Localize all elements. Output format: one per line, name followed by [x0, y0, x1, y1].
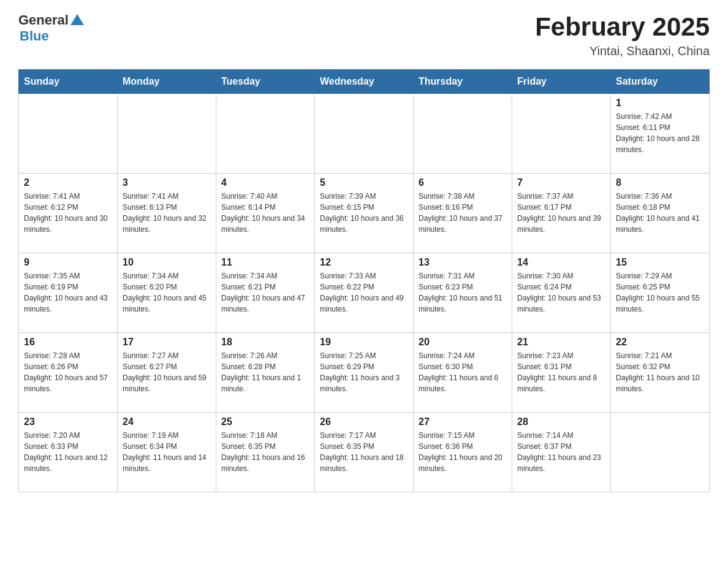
day-info: Sunrise: 7:34 AM Sunset: 6:21 PM Dayligh…	[221, 270, 309, 315]
day-info: Sunrise: 7:36 AM Sunset: 6:18 PM Dayligh…	[616, 191, 704, 235]
calendar-cell: 11Sunrise: 7:34 AM Sunset: 6:21 PM Dayli…	[216, 253, 315, 333]
calendar-cell: 24Sunrise: 7:19 AM Sunset: 6:34 PM Dayli…	[118, 413, 216, 492]
day-info: Sunrise: 7:35 AM Sunset: 6:19 PM Dayligh…	[24, 270, 112, 315]
location-title: Yintai, Shaanxi, China	[535, 44, 710, 58]
month-title: February 2025	[535, 12, 710, 42]
calendar-header-sunday: Sunday	[19, 70, 118, 94]
calendar-cell: 21Sunrise: 7:23 AM Sunset: 6:31 PM Dayli…	[512, 333, 611, 413]
day-number: 4	[221, 177, 309, 188]
day-number: 17	[123, 337, 211, 348]
day-number: 25	[221, 416, 309, 427]
calendar-cell: 9Sunrise: 7:35 AM Sunset: 6:19 PM Daylig…	[19, 253, 118, 333]
logo-blue-text: Blue	[20, 28, 49, 44]
calendar-header-thursday: Thursday	[414, 70, 512, 94]
day-info: Sunrise: 7:41 AM Sunset: 6:12 PM Dayligh…	[24, 191, 112, 235]
day-info: Sunrise: 7:25 AM Sunset: 6:29 PM Dayligh…	[320, 350, 408, 394]
calendar-cell: 28Sunrise: 7:14 AM Sunset: 6:37 PM Dayli…	[512, 413, 611, 492]
day-info: Sunrise: 7:34 AM Sunset: 6:20 PM Dayligh…	[123, 270, 211, 315]
calendar-cell: 25Sunrise: 7:18 AM Sunset: 6:35 PM Dayli…	[216, 413, 315, 492]
day-number: 2	[24, 177, 112, 188]
calendar-cell: 22Sunrise: 7:21 AM Sunset: 6:32 PM Dayli…	[611, 333, 710, 413]
day-number: 20	[419, 337, 507, 348]
day-info: Sunrise: 7:37 AM Sunset: 6:17 PM Dayligh…	[517, 191, 605, 235]
day-number: 18	[221, 337, 309, 348]
calendar-cell	[512, 94, 611, 174]
day-number: 7	[517, 177, 605, 188]
calendar-cell: 12Sunrise: 7:33 AM Sunset: 6:22 PM Dayli…	[315, 253, 414, 333]
day-info: Sunrise: 7:40 AM Sunset: 6:14 PM Dayligh…	[221, 191, 309, 235]
calendar-cell: 20Sunrise: 7:24 AM Sunset: 6:30 PM Dayli…	[414, 333, 512, 413]
calendar-cell: 6Sunrise: 7:38 AM Sunset: 6:16 PM Daylig…	[414, 174, 512, 253]
day-number: 10	[123, 257, 211, 268]
calendar-week-row-2: 9Sunrise: 7:35 AM Sunset: 6:19 PM Daylig…	[19, 253, 710, 333]
day-number: 3	[123, 177, 211, 188]
day-info: Sunrise: 7:26 AM Sunset: 6:28 PM Dayligh…	[221, 350, 309, 394]
logo-triangle-icon	[70, 14, 84, 25]
title-area: February 2025 Yintai, Shaanxi, China	[535, 12, 710, 58]
calendar-table: SundayMondayTuesdayWednesdayThursdayFrid…	[18, 69, 710, 492]
day-info: Sunrise: 7:31 AM Sunset: 6:23 PM Dayligh…	[419, 270, 507, 315]
day-info: Sunrise: 7:15 AM Sunset: 6:36 PM Dayligh…	[419, 430, 507, 474]
calendar-cell	[216, 94, 315, 174]
calendar-cell: 16Sunrise: 7:28 AM Sunset: 6:26 PM Dayli…	[19, 333, 118, 413]
day-number: 6	[419, 177, 507, 188]
calendar-cell: 19Sunrise: 7:25 AM Sunset: 6:29 PM Dayli…	[315, 333, 414, 413]
day-number: 5	[320, 177, 408, 188]
day-info: Sunrise: 7:20 AM Sunset: 6:33 PM Dayligh…	[24, 430, 112, 474]
calendar-cell: 23Sunrise: 7:20 AM Sunset: 6:33 PM Dayli…	[19, 413, 118, 492]
calendar-cell: 8Sunrise: 7:36 AM Sunset: 6:18 PM Daylig…	[611, 174, 710, 253]
calendar-cell: 14Sunrise: 7:30 AM Sunset: 6:24 PM Dayli…	[512, 253, 611, 333]
day-info: Sunrise: 7:17 AM Sunset: 6:35 PM Dayligh…	[320, 430, 408, 474]
calendar-cell: 5Sunrise: 7:39 AM Sunset: 6:15 PM Daylig…	[315, 174, 414, 253]
calendar-week-row-3: 16Sunrise: 7:28 AM Sunset: 6:26 PM Dayli…	[19, 333, 710, 413]
header: General Blue February 2025 Yintai, Shaan…	[18, 12, 710, 58]
calendar-week-row-4: 23Sunrise: 7:20 AM Sunset: 6:33 PM Dayli…	[19, 413, 710, 492]
logo-general-text: General	[18, 12, 69, 28]
calendar-cell	[118, 94, 216, 174]
day-number: 9	[24, 257, 112, 268]
day-info: Sunrise: 7:23 AM Sunset: 6:31 PM Dayligh…	[517, 350, 605, 394]
calendar-header-saturday: Saturday	[611, 70, 710, 94]
day-number: 23	[24, 416, 112, 427]
day-info: Sunrise: 7:42 AM Sunset: 6:11 PM Dayligh…	[616, 111, 704, 155]
calendar-cell	[315, 94, 414, 174]
day-number: 13	[419, 257, 507, 268]
calendar-cell	[414, 94, 512, 174]
day-info: Sunrise: 7:19 AM Sunset: 6:34 PM Dayligh…	[123, 430, 211, 474]
day-info: Sunrise: 7:27 AM Sunset: 6:27 PM Dayligh…	[123, 350, 211, 394]
day-number: 15	[616, 257, 704, 268]
calendar-header-friday: Friday	[512, 70, 611, 94]
day-number: 27	[419, 416, 507, 427]
day-info: Sunrise: 7:38 AM Sunset: 6:16 PM Dayligh…	[419, 191, 507, 235]
calendar-cell: 27Sunrise: 7:15 AM Sunset: 6:36 PM Dayli…	[414, 413, 512, 492]
day-number: 26	[320, 416, 408, 427]
day-number: 24	[123, 416, 211, 427]
calendar-cell: 13Sunrise: 7:31 AM Sunset: 6:23 PM Dayli…	[414, 253, 512, 333]
day-info: Sunrise: 7:41 AM Sunset: 6:13 PM Dayligh…	[123, 191, 211, 235]
calendar-header-tuesday: Tuesday	[216, 70, 315, 94]
day-info: Sunrise: 7:24 AM Sunset: 6:30 PM Dayligh…	[419, 350, 507, 394]
calendar-week-row-1: 2Sunrise: 7:41 AM Sunset: 6:12 PM Daylig…	[19, 174, 710, 253]
day-info: Sunrise: 7:39 AM Sunset: 6:15 PM Dayligh…	[320, 191, 408, 235]
calendar-cell: 2Sunrise: 7:41 AM Sunset: 6:12 PM Daylig…	[19, 174, 118, 253]
calendar-cell: 15Sunrise: 7:29 AM Sunset: 6:25 PM Dayli…	[611, 253, 710, 333]
calendar-cell: 26Sunrise: 7:17 AM Sunset: 6:35 PM Dayli…	[315, 413, 414, 492]
calendar-header-row: SundayMondayTuesdayWednesdayThursdayFrid…	[19, 70, 710, 94]
calendar-cell: 3Sunrise: 7:41 AM Sunset: 6:13 PM Daylig…	[118, 174, 216, 253]
day-number: 11	[221, 257, 309, 268]
calendar-week-row-0: 1Sunrise: 7:42 AM Sunset: 6:11 PM Daylig…	[19, 94, 710, 174]
day-number: 28	[517, 416, 605, 427]
day-info: Sunrise: 7:18 AM Sunset: 6:35 PM Dayligh…	[221, 430, 309, 474]
calendar-header-wednesday: Wednesday	[315, 70, 414, 94]
logo: General Blue	[18, 12, 84, 44]
day-number: 19	[320, 337, 408, 348]
day-info: Sunrise: 7:28 AM Sunset: 6:26 PM Dayligh…	[24, 350, 112, 394]
day-number: 8	[616, 177, 704, 188]
day-info: Sunrise: 7:29 AM Sunset: 6:25 PM Dayligh…	[616, 270, 704, 315]
day-info: Sunrise: 7:21 AM Sunset: 6:32 PM Dayligh…	[616, 350, 704, 394]
day-number: 14	[517, 257, 605, 268]
day-info: Sunrise: 7:33 AM Sunset: 6:22 PM Dayligh…	[320, 270, 408, 315]
day-number: 21	[517, 337, 605, 348]
calendar-header-monday: Monday	[118, 70, 216, 94]
calendar-cell: 7Sunrise: 7:37 AM Sunset: 6:17 PM Daylig…	[512, 174, 611, 253]
